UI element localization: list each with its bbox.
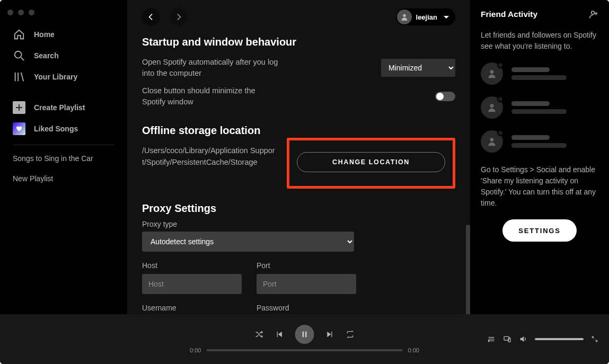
sidebar-divider: [13, 145, 114, 145]
proxy-port-input[interactable]: [257, 274, 356, 294]
library-icon: [13, 70, 25, 83]
svg-point-5: [592, 11, 595, 14]
previous-button[interactable]: [275, 330, 284, 339]
repeat-button[interactable]: [346, 330, 355, 339]
chevron-down-icon: [444, 16, 449, 19]
proxy-type-select[interactable]: Autodetect settings: [142, 232, 354, 252]
nav-back-button[interactable]: [142, 8, 160, 26]
proxy-host-input[interactable]: [142, 274, 242, 294]
sidebar: Home Search Your Library: [0, 0, 127, 314]
svg-point-10: [490, 138, 494, 141]
change-location-highlight: CHANGE LOCATION: [287, 138, 455, 189]
sidebar-item-search[interactable]: Search: [4, 45, 123, 66]
change-location-button[interactable]: CHANGE LOCATION: [297, 152, 445, 172]
svg-point-9: [490, 104, 494, 108]
section-title-storage: Offline storage location: [142, 125, 455, 137]
sidebar-item-home[interactable]: Home: [4, 24, 123, 45]
sidebar-item-label: Search: [34, 51, 59, 60]
volume-button[interactable]: [519, 335, 527, 343]
friend-avatar-placeholder: [481, 130, 503, 153]
volume-slider[interactable]: [535, 338, 584, 340]
friend-avatar-placeholder: [481, 63, 503, 85]
friend-activity-intro: Let friends and followers on Spotify see…: [481, 30, 598, 52]
proxy-port-label: Port: [257, 261, 356, 270]
sidebar-item-liked-songs[interactable]: Liked Songs: [4, 118, 123, 139]
section-title-startup: Startup and window behaviour: [142, 36, 455, 48]
close-minimize-label: Close button should minimize the Spotify…: [142, 85, 280, 108]
add-friend-icon[interactable]: [589, 10, 598, 19]
sidebar-item-label: Liked Songs: [34, 125, 78, 133]
avatar-icon: [397, 10, 412, 24]
player-bar: 0:00 0:00: [0, 314, 609, 364]
sidebar-item-label: Create Playlist: [34, 103, 85, 112]
sidebar-item-label: Your Library: [34, 73, 77, 81]
traffic-light-close[interactable]: [7, 10, 13, 15]
search-icon: [13, 49, 25, 62]
proxy-type-label: Proxy type: [142, 220, 455, 228]
traffic-light-minimize[interactable]: [18, 10, 24, 15]
friend-activity-title: Friend Activity: [481, 10, 537, 19]
storage-path-value: /Users/coco/Library/Application Support/…: [142, 142, 277, 168]
svg-point-0: [15, 51, 22, 58]
proxy-password-label: Password: [257, 304, 356, 312]
window-buttons: [0, 4, 127, 24]
time-total: 0:00: [408, 347, 419, 353]
section-title-proxy: Proxy Settings: [142, 202, 455, 215]
fullscreen-button[interactable]: [591, 335, 598, 343]
friend-activity-hint: Go to Settings > Social and enable 'Shar…: [481, 164, 598, 209]
content-scrollbar[interactable]: [466, 225, 470, 314]
open-auto-select[interactable]: Minimized: [381, 59, 455, 77]
devices-button[interactable]: [503, 335, 511, 343]
top-bar: leejian: [127, 0, 470, 34]
open-auto-label: Open Spotify automatically after you log…: [142, 57, 280, 79]
time-elapsed: 0:00: [190, 347, 201, 353]
main-content: leejian Startup and window behaviour Ope…: [127, 0, 470, 314]
heart-icon: [13, 122, 25, 135]
friend-placeholder-row: [481, 96, 598, 119]
traffic-light-zoom[interactable]: [29, 10, 34, 15]
proxy-username-label: Username: [142, 304, 242, 312]
svg-point-8: [490, 70, 494, 74]
next-button[interactable]: [326, 330, 334, 339]
svg-rect-11: [303, 332, 304, 338]
friend-placeholder-row: [481, 63, 598, 85]
sidebar-item-label: Home: [34, 30, 55, 39]
friend-activity-panel: Friend Activity Let friends and follower…: [470, 0, 609, 314]
user-menu-button[interactable]: leejian: [396, 8, 455, 25]
home-icon: [13, 28, 25, 41]
nav-forward-button[interactable]: [170, 8, 188, 26]
playlist-item[interactable]: Songs to Sing in the Car: [0, 148, 127, 168]
sidebar-item-create-playlist[interactable]: Create Playlist: [4, 97, 123, 118]
plus-icon: [13, 101, 25, 114]
friend-avatar-placeholder: [481, 96, 503, 119]
proxy-host-label: Host: [142, 261, 242, 270]
play-pause-button[interactable]: [295, 325, 314, 344]
playlist-item[interactable]: New Playlist: [0, 168, 127, 189]
queue-button[interactable]: [487, 335, 496, 343]
svg-line-1: [21, 58, 24, 61]
shuffle-button[interactable]: [255, 330, 263, 339]
username-label: leejian: [416, 13, 437, 21]
close-minimize-toggle[interactable]: [435, 92, 455, 101]
progress-slider[interactable]: [207, 349, 403, 351]
friend-settings-button[interactable]: SETTINGS: [502, 219, 576, 242]
friend-placeholder-row: [481, 130, 598, 153]
sidebar-item-library[interactable]: Your Library: [4, 66, 123, 87]
svg-point-4: [403, 14, 405, 17]
svg-rect-12: [305, 332, 307, 338]
